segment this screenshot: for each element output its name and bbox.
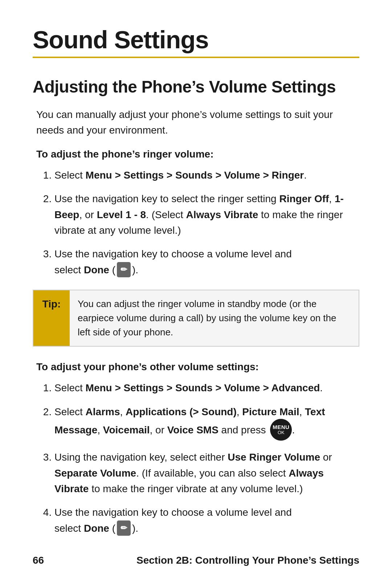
tip-content: You can adjust the ringer volume in stan… <box>70 290 359 346</box>
step-bold: Picture Mail <box>242 406 299 417</box>
step-text: Using the navigation key, select either … <box>54 452 332 494</box>
footer-page-number: 66 <box>33 555 44 566</box>
step-text: Use the navigation key to choose a volum… <box>54 248 292 275</box>
step-bold: Menu > Settings > Sounds > Volume > Ring… <box>86 170 304 181</box>
ringer-subheading: To adjust the phone’s ringer volume: <box>33 148 359 160</box>
title-underline <box>33 57 359 58</box>
step-bold: Alarms <box>86 406 120 417</box>
other-volume-steps-list: Select Menu > Settings > Sounds > Volume… <box>33 380 359 536</box>
done-label: Done <box>84 523 109 534</box>
step-bold: Ringer Off <box>279 193 329 204</box>
menu-text: MENU <box>273 424 289 430</box>
step-bold: Separate Volume <box>54 467 136 479</box>
done-icon-2: ✏ <box>117 520 131 536</box>
other-step-3: Using the navigation key, select either … <box>54 449 359 497</box>
other-volume-subheading: To adjust your phone’s other volume sett… <box>33 361 359 373</box>
tip-label: Tip: <box>33 290 70 346</box>
step-bold: Voicemail <box>103 424 150 436</box>
step-text: Select Menu > Settings > Sounds > Volume… <box>54 382 323 393</box>
other-step-1: Select Menu > Settings > Sounds > Volume… <box>54 380 359 396</box>
done-label: Done <box>84 264 109 275</box>
ringer-steps-list: Select Menu > Settings > Sounds > Volume… <box>33 167 359 278</box>
step-text: Select Alarms, Applications (> Sound), P… <box>54 406 325 436</box>
other-step-2: Select Alarms, Applications (> Sound), P… <box>54 404 359 441</box>
page-footer: 66 Section 2B: Controlling Your Phone’s … <box>33 555 359 566</box>
page-container: Sound Settings Adjusting the Phone’s Vol… <box>0 0 392 576</box>
ringer-step-3: Use the navigation key to choose a volum… <box>54 246 359 278</box>
step-bold: Always Vibrate <box>186 209 258 220</box>
other-step-4: Use the navigation key to choose a volum… <box>54 505 359 536</box>
step-bold: Use Ringer Volume <box>228 452 320 463</box>
step-text: Use the navigation key to choose a volum… <box>54 507 292 534</box>
step-bold: Menu > Settings > Sounds > Volume > Adva… <box>86 382 320 393</box>
done-icon: ✏ <box>117 262 131 277</box>
step-bold: Voice SMS <box>167 424 219 436</box>
footer-section-title: Section 2B: Controlling Your Phone’s Set… <box>136 555 359 566</box>
section-heading: Adjusting the Phone’s Volume Settings <box>33 77 359 97</box>
ok-text: OK <box>278 430 285 435</box>
step-bold: Level 1 - 8 <box>97 209 146 220</box>
tip-box: Tip: You can adjust the ringer volume in… <box>33 290 359 347</box>
ringer-step-1: Select Menu > Settings > Sounds > Volume… <box>54 167 359 183</box>
step-text: Use the navigation key to select the rin… <box>54 193 344 236</box>
step-text: Select Menu > Settings > Sounds > Volume… <box>54 170 307 181</box>
page-title: Sound Settings <box>33 25 359 54</box>
intro-text: You can manually adjust your phone’s vol… <box>33 107 359 138</box>
step-bold: Applications (> Sound) <box>126 406 237 417</box>
menu-ok-button: MENU OK <box>270 419 292 441</box>
ringer-step-2: Use the navigation key to select the rin… <box>54 191 359 238</box>
